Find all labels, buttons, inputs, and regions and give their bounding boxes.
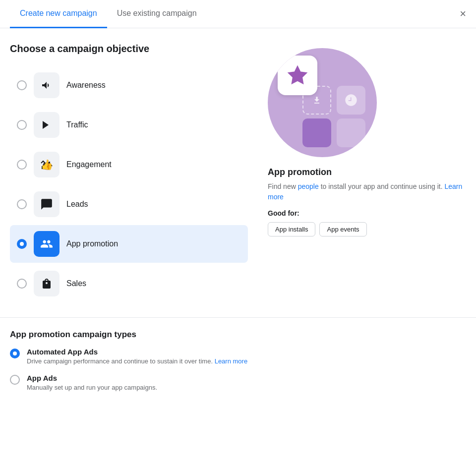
close-button[interactable]: ×: [460, 8, 466, 19]
squares-grid: [302, 86, 367, 147]
leads-label: Leads: [66, 200, 88, 209]
campaign-type-app-ads[interactable]: App Ads Manually set up and run your app…: [10, 374, 466, 392]
radio-app-ads[interactable]: [10, 375, 20, 385]
sales-icon: [41, 278, 53, 290]
leads-icon: [40, 198, 53, 211]
radio-app-promotion[interactable]: [17, 239, 27, 249]
awareness-label: Awareness: [66, 81, 106, 90]
automated-desc-text: Drive campaign performance and continue …: [27, 357, 213, 365]
star-icon: [287, 64, 308, 86]
radio-leads[interactable]: [17, 199, 27, 209]
automated-info: Automated App Ads Drive campaign perform…: [27, 348, 247, 366]
sales-icon-box: [34, 271, 60, 296]
section-title: Choose a campaign objective: [10, 43, 248, 55]
automated-learn-more[interactable]: Learn more: [215, 357, 247, 365]
awareness-icon-box: [34, 72, 60, 98]
radio-awareness[interactable]: [17, 80, 27, 90]
good-for-label: Good for:: [268, 209, 466, 217]
radio-automated[interactable]: [10, 349, 20, 358]
modal-header: Create new campaign Use existing campaig…: [0, 0, 476, 28]
dashed-square: [302, 86, 331, 115]
app-ads-info: App Ads Manually set up and run your app…: [27, 374, 157, 392]
traffic-icon-box: [34, 112, 60, 138]
desc-part2: to install your app and continue using i…: [319, 182, 443, 190]
main-content: Choose a campaign objective Awareness: [0, 28, 476, 317]
radio-sales[interactable]: [17, 279, 27, 289]
app-promotion-icon: [40, 237, 53, 250]
campaign-types-section: App promotion campaign types Automated A…: [0, 317, 476, 415]
objective-item-engagement[interactable]: 👍 Engagement: [10, 146, 248, 183]
objectives-panel: Choose a campaign objective Awareness: [10, 43, 248, 302]
campaign-types-title: App promotion campaign types: [10, 330, 466, 340]
preview-panel: App promotion Find new people to install…: [268, 43, 466, 302]
preview-title: App promotion: [268, 167, 466, 177]
radio-traffic[interactable]: [17, 120, 27, 130]
tab-use-existing[interactable]: Use existing campaign: [107, 0, 207, 28]
preview-description: Find new people to install your app and …: [268, 181, 466, 202]
leads-icon-box: [34, 191, 60, 217]
tab-create-campaign[interactable]: Create new campaign: [10, 0, 107, 28]
app-ads-desc: Manually set up and run your app campaig…: [27, 383, 157, 392]
campaign-type-automated[interactable]: Automated App Ads Drive campaign perform…: [10, 348, 466, 366]
engagement-icon-box: 👍: [34, 152, 60, 177]
app-promotion-label: App promotion: [66, 239, 118, 248]
objective-item-sales[interactable]: Sales: [10, 265, 248, 302]
clock-icon: [344, 93, 358, 107]
traffic-icon: [41, 119, 53, 131]
download-arrow-icon: [312, 95, 322, 105]
desc-part1: Find new: [268, 182, 298, 190]
automated-desc: Drive campaign performance and continue …: [27, 357, 247, 366]
app-promotion-icon-box: [34, 231, 60, 257]
radio-engagement[interactable]: [17, 160, 27, 170]
purple-square: [302, 118, 331, 147]
tag-app-installs: App installs: [268, 222, 315, 236]
objective-item-leads[interactable]: Leads: [10, 185, 248, 223]
people-link[interactable]: people: [298, 182, 319, 190]
light-square: [337, 118, 365, 147]
clock-square: [337, 86, 365, 115]
traffic-label: Traffic: [66, 120, 88, 129]
objective-item-app-promotion[interactable]: App promotion: [10, 225, 248, 263]
engagement-label: Engagement: [66, 160, 112, 169]
objective-illustration: [268, 48, 377, 157]
sales-label: Sales: [66, 279, 86, 288]
tags-container: App installs App events: [268, 222, 466, 236]
automated-title: Automated App Ads: [27, 348, 247, 356]
awareness-icon: [41, 79, 53, 91]
objective-item-traffic[interactable]: Traffic: [10, 106, 248, 144]
tag-app-events: App events: [319, 222, 366, 236]
objective-item-awareness[interactable]: Awareness: [10, 66, 248, 104]
app-ads-title: App Ads: [27, 374, 157, 382]
objective-list: Awareness Traffic: [10, 66, 248, 302]
